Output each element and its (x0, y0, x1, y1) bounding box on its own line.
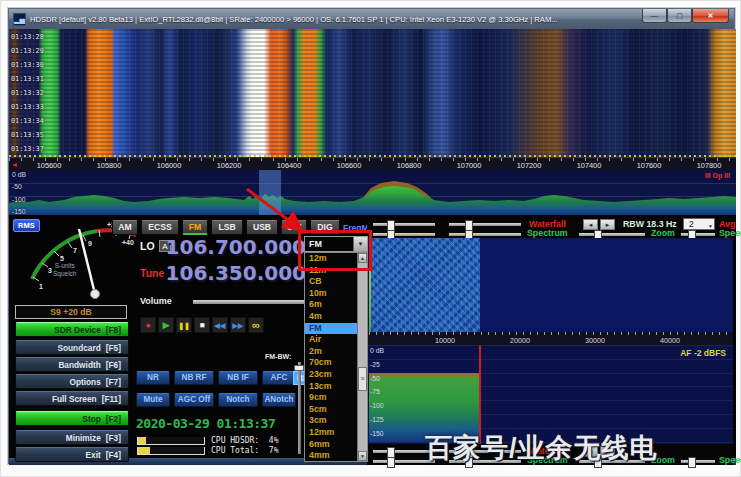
frequency-tick-label: 106800 (385, 161, 433, 170)
smeter-needle (79, 229, 95, 294)
frequency-tick-label: 106200 (205, 161, 253, 170)
rms-badge: RMS (13, 219, 40, 232)
full-screen-button[interactable]: Full Screen[F11] (15, 391, 129, 406)
af-level-readout: AF -2 dBFS (680, 348, 726, 358)
frequency-tick-label: 107000 (445, 161, 493, 170)
options-button[interactable]: Options[F7] (15, 374, 129, 389)
mute-button[interactable]: Mute (136, 393, 170, 407)
cpu-total-bar (137, 447, 205, 455)
band-dropdown-list: 12m11mCB10m6m4mFMAir2m70cm23cm13cm9cm5cm… (304, 252, 368, 462)
close-window-button[interactable]: ✕ (692, 9, 729, 23)
speed-slider[interactable] (681, 460, 715, 463)
spectrum-offset-slider[interactable] (449, 233, 521, 236)
screenshot-page: ▂▅ HDSDR [default] v2.80 Beta13 | ExtIO_… (0, 0, 741, 477)
volume-slider[interactable] (193, 300, 305, 304)
af-waterfall-signal (369, 238, 480, 332)
nr-button[interactable]: NR (136, 371, 170, 385)
rewind-button[interactable]: ◀◀ (212, 317, 228, 333)
lo-label: LO (140, 240, 155, 252)
frequency-tick-label: 105600 (25, 161, 73, 170)
rf-db-label: -100 (12, 196, 26, 203)
af-display-controls-top: Waterfall ◄ ► RBW 18.3 Hz 2 Avg Spectrum… (367, 218, 733, 238)
waterfall-timestamp: 01:13:32 (11, 89, 44, 97)
mode-button-fm[interactable]: FM (182, 220, 208, 235)
nb-if-button[interactable]: NB IF (218, 371, 258, 385)
rf-spectrum-display[interactable]: 0 dB-50-100-150 III Op III (9, 170, 736, 215)
scale-left-arrow-icon[interactable]: ◄ (11, 161, 18, 168)
waterfall-timestamp: 01:13:31 (11, 75, 44, 83)
hdsdr-app-icon: ▂▅ (13, 13, 26, 26)
fm-bandwidth-label: FM-BW: (265, 353, 291, 360)
maximize-window-button[interactable]: ▢ (667, 9, 692, 23)
af-frequency-tick-label: 40000 (650, 336, 690, 345)
scroll-down-icon[interactable]: ▼ (358, 451, 367, 461)
smeter-tick-5: 5 (60, 255, 64, 262)
rbw-decrease-icon[interactable]: ◄ (583, 219, 598, 230)
exit-button[interactable]: Exit[F4] (15, 447, 129, 462)
minimize-window-button[interactable]: — (642, 9, 667, 23)
fm-bandwidth-slider-thumb[interactable] (294, 365, 304, 371)
frequency-tick-label: 107600 (625, 161, 673, 170)
agc-off-button[interactable]: AGC Off (174, 393, 214, 407)
af-frequency-tick-label: 30000 (575, 336, 615, 345)
rf-db-label: 0 dB (12, 171, 26, 178)
nb-rf-button[interactable]: NB RF (174, 371, 214, 385)
smeter-tick-9: 9 (88, 240, 92, 247)
pause-button[interactable]: ❚❚ (176, 317, 192, 333)
waterfall-timestamp: 01:13:35 (11, 131, 44, 139)
mode-button-ecss[interactable]: ECSS (141, 220, 179, 235)
minimize-button[interactable]: Minimize[F3] (15, 430, 129, 445)
loop-button[interactable]: ∞ (248, 317, 264, 333)
waterfall-timestamp: 01:13:30 (11, 61, 44, 69)
soundcard-button[interactable]: Soundcard[F5] (15, 340, 129, 355)
record-button[interactable]: ● (140, 317, 156, 333)
smeter-tick-1: 1 (39, 283, 43, 290)
stop-button[interactable]: Stop[F2] (15, 411, 129, 426)
watermark-text: 百家号/业余无线电 (425, 430, 658, 466)
tune-label: Tune (140, 267, 164, 279)
af-db-label: -50 (370, 375, 380, 382)
af-db-label: -150 (370, 430, 384, 437)
annotation-arrow (237, 181, 317, 241)
hdsdr-window: ▂▅ HDSDR [default] v2.80 Beta13 | ExtIO_… (8, 8, 735, 464)
avg-select[interactable]: 2 (683, 218, 715, 230)
date-time-display: 2020-03-29 01:13:37 (136, 416, 275, 431)
af-db-label: -25 (370, 361, 380, 368)
bandwidth-button[interactable]: Bandwidth[F6] (15, 357, 129, 372)
smeter-tick-40: +40 (122, 239, 134, 246)
afc-button[interactable]: AFC (262, 371, 296, 385)
rbw-increase-icon[interactable]: ► (600, 219, 615, 230)
spectrum-gain-slider[interactable] (373, 233, 435, 236)
frequency-tick-label: 106000 (145, 161, 193, 170)
frequency-tick-label: 107800 (685, 161, 733, 170)
af-frequency-tick-label: 10000 (425, 336, 465, 345)
sdr-device-button[interactable]: SDR Device[F8] (15, 322, 129, 337)
waterfall-timestamp: 01:13:28 (11, 33, 44, 41)
speed-slider[interactable] (681, 233, 715, 236)
stop-playback-button[interactable]: ■ (194, 317, 210, 333)
smeter-tick-7: 7 (73, 247, 77, 254)
mode-button-am[interactable]: AM (112, 220, 138, 235)
frequency-tick-label: 105800 (85, 161, 133, 170)
scrollbar-thumb[interactable]: ≡ (358, 367, 367, 391)
tune-frequency-value[interactable]: 106.350.000 (164, 261, 306, 285)
signal-strength-readout: S9 +20 dB (15, 305, 127, 319)
anotch-button[interactable]: ANotch (262, 393, 296, 407)
af-frequency-scale[interactable]: 10000200003000040000 (367, 332, 733, 345)
waterfall-contrast-slider[interactable] (373, 223, 435, 226)
af-waterfall-display[interactable] (367, 238, 733, 332)
notch-button[interactable]: Notch (218, 393, 258, 407)
rf-waterfall-display[interactable]: 01:13:2801:13:2901:13:3001:13:3101:13:32… (9, 29, 736, 157)
rf-frequency-scale[interactable]: ◄ 10560010580010600010620010640010660010… (9, 157, 736, 170)
fm-bandwidth-slider[interactable] (298, 362, 301, 454)
af-db-label: -100 (370, 402, 384, 409)
waterfall-brightness-slider[interactable] (449, 223, 521, 226)
title-bar[interactable]: ▂▅ HDSDR [default] v2.80 Beta13 | ExtIO_… (9, 9, 734, 29)
zoom-slider[interactable] (579, 233, 645, 236)
window-title: HDSDR [default] v2.80 Beta13 | ExtIO_RTL… (30, 15, 640, 24)
af-db-label: 0 dB (370, 347, 384, 354)
fast-forward-button[interactable]: ▶▶ (230, 317, 246, 333)
play-button[interactable]: ▶ (158, 317, 174, 333)
waterfall-timestamp: 01:13:34 (11, 117, 44, 125)
dropdown-scrollbar[interactable]: ▲ ≡ ▼ (357, 253, 367, 461)
